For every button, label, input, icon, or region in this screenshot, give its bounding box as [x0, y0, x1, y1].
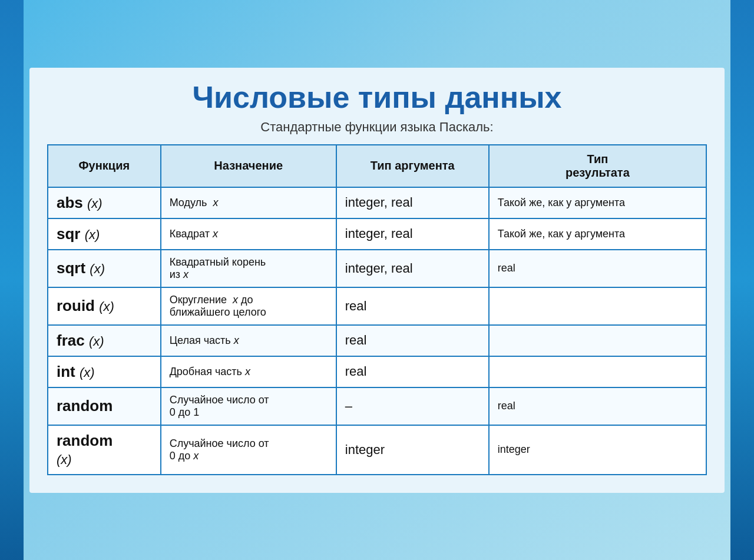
table-row: abs (x) Модуль x integer, real Такой же,…	[48, 187, 706, 218]
side-bar-right	[730, 0, 754, 560]
table-row: rouid (x) Округление x доближайшего цело…	[48, 287, 706, 325]
result-type-frac	[489, 325, 706, 356]
func-name-sqrt: sqrt	[57, 259, 85, 277]
table-row: int (x) Дробная часть x real	[48, 356, 706, 387]
desc-cell-abs: Модуль x	[161, 187, 336, 218]
result-type-sqr: Такой же, как у аргумента	[489, 218, 706, 250]
func-arg-int: (x)	[80, 365, 95, 380]
desc-var-abs: x	[213, 197, 218, 208]
table-row: random Случайное число от0 до 1 – real	[48, 387, 706, 425]
func-name-frac: frac	[57, 332, 85, 349]
func-arg-sqr: (x)	[85, 227, 100, 242]
func-name-random1: random	[57, 397, 113, 415]
side-bar-left	[0, 0, 24, 560]
func-cell-abs: abs (x)	[48, 187, 161, 218]
arg-type-frac: real	[336, 325, 489, 356]
func-name-rouid: rouid	[57, 297, 95, 314]
result-type-abs: Такой же, как у аргумента	[489, 187, 706, 218]
table-row: sqrt (x) Квадратный кореньиз x integer, …	[48, 250, 706, 287]
page-title: Числовые типы данных	[47, 79, 707, 115]
func-cell-random1: random	[48, 387, 161, 425]
functions-table: Функция Назначение Тип аргумента Типрезу…	[47, 144, 707, 475]
desc-cell-frac: Целая часть x	[161, 325, 336, 356]
func-cell-sqr: sqr (x)	[48, 218, 161, 250]
desc-var-rouid: x	[233, 294, 238, 306]
func-cell-frac: frac (x)	[48, 325, 161, 356]
func-name-sqr: sqr	[57, 225, 80, 243]
table-header-row: Функция Назначение Тип аргумента Типрезу…	[48, 145, 706, 187]
main-container: Числовые типы данных Стандартные функции…	[29, 68, 725, 493]
header-result-type: Типрезультата	[489, 145, 706, 187]
desc-cell-rouid: Округление x доближайшего целого	[161, 287, 336, 325]
func-arg-frac: (x)	[89, 334, 104, 349]
result-type-int	[489, 356, 706, 387]
func-name-abs: abs	[57, 194, 83, 211]
desc-cell-random2: Случайное число от0 до x	[161, 425, 336, 475]
func-arg-abs: (x)	[87, 196, 102, 211]
desc-var-sqrt: x	[183, 269, 188, 280]
func-arg-rouid: (x)	[99, 299, 114, 314]
arg-type-random2: integer	[336, 425, 489, 475]
desc-cell-sqr: Квадрат x	[161, 218, 336, 250]
result-type-rouid	[489, 287, 706, 325]
header-desc: Назначение	[161, 145, 336, 187]
func-cell-int: int (x)	[48, 356, 161, 387]
func-cell-sqrt: sqrt (x)	[48, 250, 161, 287]
func-name-random2: random	[57, 432, 113, 449]
subtitle: Стандартные функции языка Паскаль:	[47, 120, 707, 135]
desc-var-int: x	[245, 366, 250, 377]
desc-var-frac: x	[234, 334, 239, 346]
func-name-int: int	[57, 363, 75, 380]
func-arg-random2: (x)	[57, 452, 72, 467]
arg-type-random1: –	[336, 387, 489, 425]
header-arg-type: Тип аргумента	[336, 145, 489, 187]
table-row: frac (x) Целая часть x real	[48, 325, 706, 356]
header-func: Функция	[48, 145, 161, 187]
desc-cell-sqrt: Квадратный кореньиз x	[161, 250, 336, 287]
func-cell-rouid: rouid (x)	[48, 287, 161, 325]
desc-var-sqr: x	[213, 228, 218, 240]
result-type-random2: integer	[489, 425, 706, 475]
arg-type-sqr: integer, real	[336, 218, 489, 250]
arg-type-rouid: real	[336, 287, 489, 325]
desc-cell-int: Дробная часть x	[161, 356, 336, 387]
func-cell-random2: random (x)	[48, 425, 161, 475]
arg-type-sqrt: integer, real	[336, 250, 489, 287]
func-arg-sqrt: (x)	[90, 261, 105, 276]
desc-cell-random1: Случайное число от0 до 1	[161, 387, 336, 425]
arg-type-int: real	[336, 356, 489, 387]
result-type-random1: real	[489, 387, 706, 425]
table-row: sqr (x) Квадрат x integer, real Такой же…	[48, 218, 706, 250]
table-row: random (x) Случайное число от0 до x inte…	[48, 425, 706, 475]
arg-type-abs: integer, real	[336, 187, 489, 218]
result-type-sqrt: real	[489, 250, 706, 287]
desc-var-random2: x	[193, 450, 199, 462]
